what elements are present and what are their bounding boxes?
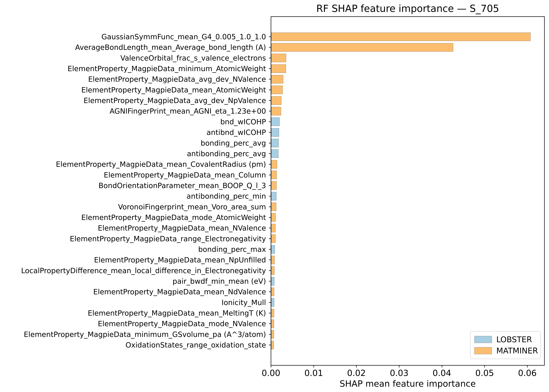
y-tick-label: ElementProperty_MagpieData_minimum_Atomi… [68, 65, 266, 72]
bar [271, 277, 274, 286]
bar [271, 224, 275, 232]
y-tick-label: antibonding_perc_min [187, 192, 266, 200]
x-tick-label: 0.02 [337, 368, 376, 378]
y-tick-label: ElementProperty_MagpieData_mean_NValence [98, 224, 266, 232]
y-tick [269, 90, 271, 90]
bar [271, 33, 531, 41]
y-tick-label: ElementProperty_MagpieData_mode_AtomicWe… [81, 214, 266, 221]
legend-item-lobster: LOBSTER [474, 336, 541, 343]
y-tick-label: bonding_perc_max [198, 245, 266, 253]
y-tick [269, 238, 271, 239]
bar [271, 256, 275, 264]
bar [271, 139, 279, 147]
top-spine [271, 16, 545, 17]
y-tick-label: antibnd_wICOHP [206, 128, 266, 136]
bar [271, 287, 274, 296]
bar [271, 43, 453, 52]
bar [271, 96, 282, 105]
y-tick-label: pair_bwdf_min_mean (eV) [173, 277, 266, 285]
y-tick-label: LocalPropertyDifference_mean_local_diffe… [21, 267, 266, 274]
bar [271, 86, 283, 94]
bar [271, 128, 279, 137]
y-tick-label: AverageBondLength_mean_Average_bond_leng… [75, 43, 266, 51]
bar [271, 64, 286, 73]
bar [271, 203, 276, 211]
y-tick [269, 302, 271, 303]
y-tick-label: ElementProperty_MagpieData_mean_NdValenc… [93, 288, 266, 296]
bar [271, 234, 275, 243]
legend-item-matminer: MATMINER [474, 347, 541, 355]
figure: { "title": "RF SHAP feature importance —… [0, 0, 549, 392]
y-tick [269, 334, 271, 335]
x-tick-label: 0.01 [294, 368, 333, 378]
y-tick-label: ElementProperty_MagpieData_mean_NpUnfill… [94, 256, 266, 264]
y-tick-label: AGNIFingerPrint_mean_AGNI_eta_1.23e+00 [110, 107, 266, 115]
y-tick-label: ElementProperty_MagpieData_minimum_GSvol… [24, 330, 266, 338]
x-axis-label: SHAP mean feature importance [271, 379, 544, 389]
bar [271, 149, 278, 158]
y-tick [269, 143, 271, 143]
y-tick-label: ElementProperty_MagpieData_mean_AtomicWe… [81, 86, 266, 94]
y-tick-label: bnd_wICOHP [220, 118, 266, 126]
y-tick [269, 121, 271, 122]
y-tick [269, 111, 271, 111]
y-tick [269, 217, 271, 218]
y-tick [269, 79, 271, 79]
bar [271, 330, 274, 339]
y-tick [269, 100, 271, 101]
bar [271, 298, 274, 307]
y-tick [269, 154, 271, 154]
x-tick [527, 366, 528, 367]
bar [271, 118, 280, 126]
x-tick-label: 0.03 [380, 368, 419, 378]
x-tick [484, 366, 485, 367]
y-tick [269, 260, 271, 260]
y-tick-label: VoronoiFingerprint_mean_Voro_area_sum [118, 203, 266, 211]
y-tick-label: OxidationStates_range_oxidation_state [126, 341, 266, 349]
y-tick-label: ElementProperty_MagpieData_mean_Covalent… [56, 160, 266, 168]
x-tick [313, 366, 314, 367]
bottom-spine [271, 365, 545, 366]
y-tick [269, 313, 271, 313]
bar [271, 309, 274, 317]
bar [271, 341, 274, 349]
y-tick [269, 68, 271, 69]
y-tick [269, 270, 271, 271]
bar [271, 171, 277, 179]
y-tick [269, 281, 271, 281]
y-tick-label: ElementProperty_MagpieData_mean_Column [104, 171, 266, 179]
x-tick-label: 0.05 [465, 368, 504, 378]
y-tick-label: Ionicity_Mull [222, 299, 266, 306]
x-tick-label: 0.00 [251, 368, 291, 378]
y-tick-label: BondOrientationParameter_mean_BOOP_Q_l_3 [99, 182, 266, 189]
right-spine [544, 16, 545, 366]
y-tick [269, 185, 271, 186]
y-tick-label: ElementProperty_MagpieData_avg_dev_NpVal… [84, 97, 266, 105]
x-tick [442, 366, 442, 367]
bar [271, 266, 274, 275]
bar [271, 245, 275, 254]
x-tick [271, 366, 271, 367]
y-tick [269, 175, 271, 175]
y-tick [269, 228, 271, 228]
y-tick-label: ElementProperty_MagpieData_range_Electro… [70, 235, 266, 243]
y-tick [269, 249, 271, 250]
y-tick-label: ElementProperty_MagpieData_mean_MeltingT… [88, 309, 266, 317]
x-tick-label: 0.04 [422, 368, 462, 378]
y-tick-label: ValenceOrbital_frac_s_valence_electrons [120, 54, 266, 62]
bar [271, 160, 277, 168]
y-tick [269, 47, 271, 48]
bar [271, 192, 276, 200]
bar [271, 181, 277, 190]
bar [271, 75, 283, 84]
y-tick-label: GaussianSymmFunc_mean_G4_0.005_1.0_1.0 [101, 33, 266, 41]
bar [271, 107, 281, 115]
x-tick [399, 366, 400, 367]
y-tick [269, 345, 271, 345]
y-tick-label: ElementProperty_MagpieData_avg_dev_NVale… [88, 75, 266, 83]
x-tick-label: 0.06 [508, 368, 547, 378]
y-tick [269, 207, 271, 207]
x-tick [356, 366, 357, 367]
y-tick-label: antibonding_perc_avg [187, 150, 266, 158]
legend-label-matminer: MATMINER [496, 347, 538, 355]
